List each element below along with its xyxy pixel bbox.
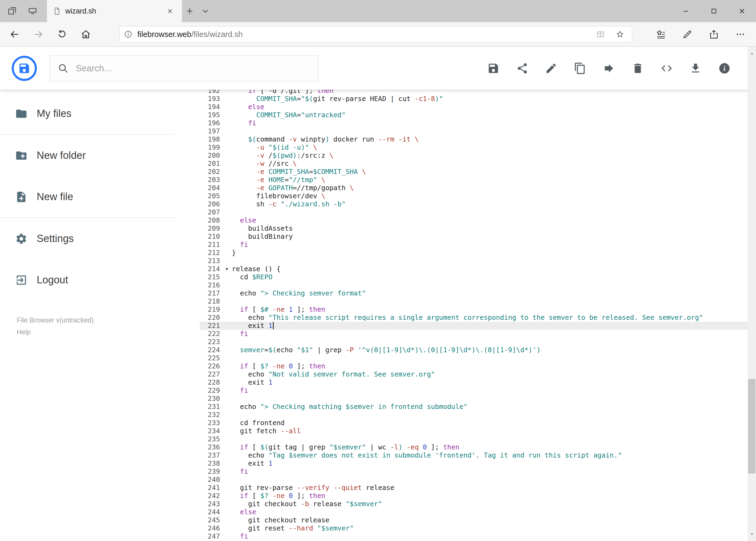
code-line[interactable]: 216 (200, 281, 748, 289)
code-line[interactable]: 211 fi (200, 241, 748, 249)
window-minimize-button[interactable] (672, 0, 700, 22)
new-tab-button[interactable] (182, 3, 197, 19)
scrollbar-up-button[interactable] (748, 47, 756, 60)
save-button[interactable] (479, 54, 508, 83)
sidebar-item-logout[interactable]: Logout (0, 259, 174, 300)
code-line[interactable]: 199 -u "$(id -u)" \ (200, 144, 748, 152)
code-line[interactable]: 214▾release () { (200, 265, 748, 273)
code-line[interactable]: 239 fi (200, 467, 748, 476)
code-line[interactable]: 228 exit 1 (200, 378, 748, 386)
code-line[interactable]: 226 if [ $? -ne 0 ]; then (200, 362, 748, 370)
code-line[interactable]: 193 COMMIT_SHA="$(git rev-parse HEAD | c… (200, 95, 748, 103)
code-line[interactable]: 208 else (200, 216, 748, 225)
code-line[interactable]: 223 (200, 338, 748, 346)
set-tabs-aside-button[interactable] (4, 3, 20, 19)
share-button[interactable] (701, 24, 727, 44)
copy-button[interactable] (566, 54, 594, 83)
help-link[interactable]: Help (17, 326, 174, 338)
star-button[interactable] (610, 27, 630, 42)
code-line[interactable]: 222 fi (200, 330, 748, 338)
tab-list-button[interactable] (197, 3, 213, 19)
download-button[interactable] (681, 54, 710, 83)
code-line[interactable]: 227 echo "Not valid semver format. See s… (200, 370, 748, 378)
tab-close-button[interactable] (164, 5, 176, 17)
page-scrollbar[interactable] (748, 47, 756, 541)
code-line[interactable]: 231 echo "> Checking matching $semver in… (200, 403, 748, 411)
code-line[interactable]: 241 git rev-parse --verify --quiet relea… (200, 484, 748, 492)
code-line[interactable]: 237 echo "Tag $semver does not exist in … (200, 451, 748, 459)
code-line[interactable]: 192 if [ -d /.git ]; then (200, 90, 748, 95)
code-line[interactable]: 200 -v /$(pwd):/src:z \ (200, 152, 748, 160)
address-bar[interactable]: filebrowser.web/files/wizard.sh (119, 26, 632, 42)
code-line[interactable]: 196 fi (200, 119, 748, 127)
code-line[interactable]: 217 echo "> Checking semver format" (200, 289, 748, 297)
hub-button[interactable] (648, 24, 674, 44)
code-line[interactable]: 202 -e COMMIT_SHA=$COMMIT_SHA \ (200, 168, 748, 176)
code-line[interactable]: 203 -e HOME="//tmp" \ (200, 176, 748, 184)
code-line[interactable]: 230 (200, 395, 748, 403)
code-line[interactable]: 244 else (200, 508, 748, 516)
code-line[interactable]: 242 if [ $? -ne 0 ]; then (200, 492, 748, 500)
home-button[interactable] (74, 24, 98, 44)
code-line[interactable]: 213 (200, 257, 748, 265)
fold-marker-icon[interactable]: ▾ (226, 265, 228, 273)
code-line[interactable]: 205 filebrowser/dev \ (200, 192, 748, 200)
code-line[interactable]: 206 sh -c "./wizard.sh -b" (200, 200, 748, 208)
search-input[interactable] (76, 63, 311, 74)
tab-preview-button[interactable] (25, 3, 41, 19)
refresh-button[interactable] (50, 24, 74, 44)
code-line[interactable]: 198 $(command -v winpty) docker run --rm… (200, 135, 748, 144)
code-line[interactable]: 195 COMMIT_SHA="untracked" (200, 111, 748, 119)
back-button[interactable] (3, 24, 26, 44)
code-line[interactable]: 238 exit 1 (200, 459, 748, 467)
code-line[interactable]: 215 cd $REPO (200, 273, 748, 281)
scrollbar-thumb[interactable] (748, 379, 755, 473)
window-close-button[interactable] (728, 0, 756, 22)
code-line[interactable]: 212} (200, 249, 748, 257)
code-line[interactable]: 194 else (200, 103, 748, 111)
move-button[interactable] (594, 54, 623, 83)
code-line[interactable]: 236 if [ $(git tag | grep "$semver" | wc… (200, 443, 748, 451)
code-line[interactable]: 197 (200, 127, 748, 135)
site-info-button[interactable] (124, 30, 132, 39)
search-box[interactable] (50, 55, 319, 81)
code-line[interactable]: 224 semver=$(echo "$1" | grep -P '^v(0|[… (200, 346, 748, 354)
code-line[interactable]: 221 exit 1 (200, 322, 748, 330)
sidebar-item-my-files[interactable]: My files (0, 93, 174, 134)
edit-button[interactable] (537, 54, 566, 83)
share2-button[interactable] (508, 54, 537, 83)
code-line[interactable]: 234 git fetch --all (200, 427, 748, 435)
ellipsis-button[interactable] (727, 24, 754, 44)
code-line[interactable]: 207 (200, 208, 748, 216)
code-line[interactable]: 218 (200, 297, 748, 305)
sidebar-item-new-folder[interactable]: New folder (0, 135, 174, 176)
forward-button[interactable] (26, 24, 50, 44)
scrollbar-down-button[interactable] (748, 527, 756, 541)
code-button[interactable] (652, 54, 681, 83)
code-line[interactable]: 229 fi (200, 386, 748, 395)
browser-tab[interactable]: wizard.sh (47, 0, 182, 22)
info-button[interactable] (710, 54, 739, 83)
window-maximize-button[interactable] (700, 0, 728, 22)
code-line[interactable]: 233 cd frontend (200, 419, 748, 427)
code-line[interactable]: 235 (200, 435, 748, 443)
code-line[interactable]: 209 buildAssets (200, 225, 748, 233)
reading-view-button[interactable] (591, 27, 610, 42)
pen-button[interactable] (674, 24, 701, 44)
sidebar-item-new-file[interactable]: New file (0, 176, 174, 218)
code-line[interactable]: 219 if [ $# -ne 1 ]; then (200, 305, 748, 313)
code-line[interactable]: 245 git checkout release (200, 516, 748, 524)
delete-button[interactable] (623, 54, 652, 83)
code-line[interactable]: 210 buildBinary (200, 233, 748, 241)
filebrowser-logo[interactable] (11, 55, 37, 81)
code-line[interactable]: 246 git reset --hard "$semver" (200, 524, 748, 532)
sidebar-item-settings[interactable]: Settings (0, 218, 174, 259)
code-line[interactable]: 232 (200, 411, 748, 419)
code-line[interactable]: 247 fi (200, 532, 748, 540)
code-line[interactable]: 240 (200, 476, 748, 484)
code-editor[interactable]: 192 if [ -d /.git ]; then193 COMMIT_SHA=… (174, 90, 748, 541)
code-line[interactable]: 243 git checkout -b release "$semver" (200, 500, 748, 508)
code-line[interactable]: 204 -e GOPATH=//tmp/gopath \ (200, 184, 748, 192)
code-line[interactable]: 220 echo "This release script requires a… (200, 313, 748, 322)
code-line[interactable]: 225 (200, 354, 748, 362)
